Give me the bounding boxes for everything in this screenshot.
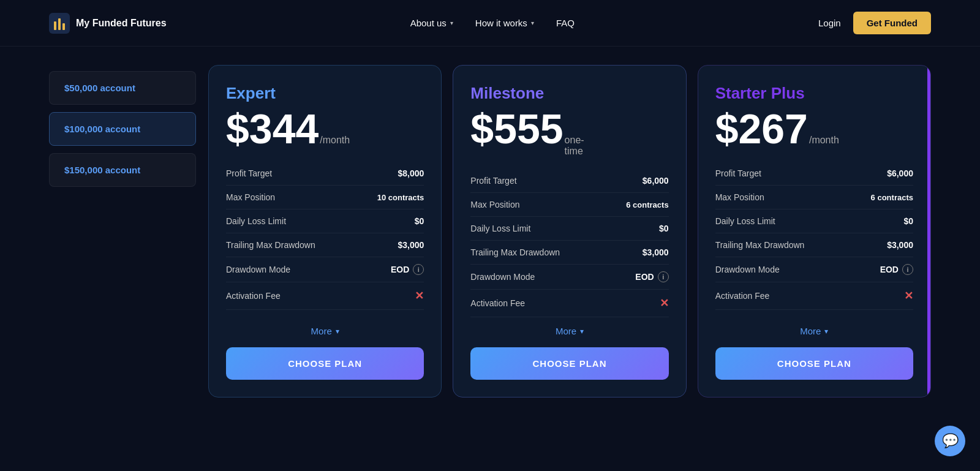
feature-activation-fee-value: ✕ <box>904 289 913 303</box>
nav-faq[interactable]: FAQ <box>556 18 575 28</box>
plan-expert-name: Expert <box>226 84 424 103</box>
sidebar: $50,000 account $100,000 account $150,00… <box>49 71 196 187</box>
feature-activation-fee-label: Activation Fee <box>226 291 281 301</box>
get-funded-button[interactable]: Get Funded <box>853 12 931 34</box>
more-label: More <box>311 326 332 336</box>
feature-trailing-drawdown-value: $3,000 <box>643 247 669 257</box>
plan-milestone-price: $555 <box>470 108 563 149</box>
feature-trailing-drawdown-value: $3,000 <box>887 240 913 250</box>
chat-icon: 💬 <box>942 433 959 449</box>
feature-row: Drawdown Mode EOD i <box>715 257 913 282</box>
feature-max-position-value: 6 contracts <box>626 200 668 209</box>
feature-drawdown-mode-label: Drawdown Mode <box>226 265 290 274</box>
feature-row: Activation Fee ✕ <box>715 282 913 310</box>
sidebar-item-50k[interactable]: $50,000 account <box>49 71 196 105</box>
plan-expert: Expert $344 /month Profit Target $8,000 … <box>208 65 442 398</box>
milestone-choose-plan-button[interactable]: CHOOSE PLAN <box>470 347 668 380</box>
plan-expert-period: /month <box>320 135 350 146</box>
milestone-more-button[interactable]: More ▾ <box>470 317 668 342</box>
plan-milestone-features: Profit Target $6,000 Max Position 6 cont… <box>470 169 668 317</box>
more-label: More <box>800 326 821 336</box>
sidebar-item-150k-label: $150,000 account <box>64 165 140 175</box>
plan-milestone: Milestone $555 one-time Profit Target $6… <box>453 65 686 398</box>
chevron-down-icon: ▾ <box>336 327 339 336</box>
feature-row: Profit Target $6,000 <box>470 169 668 193</box>
nav-center: About us ▾ How it works ▾ FAQ <box>410 18 575 28</box>
svg-rect-3 <box>62 23 65 30</box>
feature-trailing-drawdown-label: Trailing Max Drawdown <box>226 240 315 250</box>
feature-drawdown-mode-value: EOD i <box>880 264 913 275</box>
expert-choose-plan-button[interactable]: CHOOSE PLAN <box>226 347 424 380</box>
feature-max-position-label: Max Position <box>715 192 764 202</box>
nav-about-us-label: About us <box>410 18 447 28</box>
feature-max-position-value: 6 contracts <box>871 193 913 202</box>
plan-milestone-name: Milestone <box>470 84 668 103</box>
chat-bubble-button[interactable]: 💬 <box>935 426 965 456</box>
feature-activation-fee-value: ✕ <box>660 296 669 310</box>
feature-trailing-drawdown-label: Trailing Max Drawdown <box>715 240 805 250</box>
plan-starter-price-row: $267 /month <box>715 108 913 149</box>
plan-expert-price-row: $344 /month <box>226 108 424 149</box>
feature-drawdown-mode-label: Drawdown Mode <box>715 265 780 274</box>
nav-how-it-works-label: How it works <box>475 18 527 28</box>
sidebar-item-100k-label: $100,000 account <box>64 124 140 134</box>
feature-row: Activation Fee ✕ <box>226 282 424 310</box>
feature-row: Trailing Max Drawdown $3,000 <box>470 241 668 265</box>
plan-milestone-period: one-time <box>565 135 584 157</box>
feature-daily-loss-value: $0 <box>903 216 913 226</box>
nav-about-us[interactable]: About us ▾ <box>410 18 453 28</box>
plan-starter-plus: Starter Plus $267 /month Profit Target $… <box>698 65 931 398</box>
feature-max-position-value: 10 contracts <box>377 193 424 202</box>
info-icon[interactable]: i <box>902 264 913 275</box>
sidebar-item-50k-label: $50,000 account <box>64 83 135 93</box>
starter-more-button[interactable]: More ▾ <box>715 317 913 342</box>
sidebar-item-150k[interactable]: $150,000 account <box>49 153 196 187</box>
feature-profit-target-value: $6,000 <box>643 176 669 186</box>
plan-starter-features: Profit Target $6,000 Max Position 6 cont… <box>715 162 913 317</box>
feature-activation-fee-label: Activation Fee <box>715 291 770 301</box>
feature-daily-loss-label: Daily Loss Limit <box>470 224 530 233</box>
chevron-down-icon: ▾ <box>531 20 534 26</box>
login-button[interactable]: Login <box>818 18 841 28</box>
feature-drawdown-mode-value: EOD i <box>391 264 424 275</box>
feature-row: Drawdown Mode EOD i <box>470 265 668 290</box>
feature-drawdown-mode-label: Drawdown Mode <box>470 272 535 282</box>
feature-profit-target-label: Profit Target <box>715 168 761 178</box>
feature-drawdown-mode-value: EOD i <box>635 271 668 282</box>
logo-icon <box>49 13 70 34</box>
feature-profit-target-label: Profit Target <box>470 176 516 186</box>
svg-rect-1 <box>54 21 56 30</box>
chevron-down-icon: ▾ <box>824 327 828 336</box>
navbar: My Funded Futures About us ▾ How it work… <box>0 0 980 47</box>
info-icon[interactable]: i <box>658 271 669 282</box>
feature-row: Activation Fee ✕ <box>470 290 668 317</box>
plan-expert-features: Profit Target $8,000 Max Position 10 con… <box>226 162 424 317</box>
feature-daily-loss-value: $0 <box>659 224 669 233</box>
sidebar-item-100k[interactable]: $100,000 account <box>49 112 196 146</box>
main-content: $50,000 account $100,000 account $150,00… <box>0 47 980 422</box>
feature-row: Trailing Max Drawdown $3,000 <box>715 233 913 257</box>
feature-row: Max Position 10 contracts <box>226 186 424 209</box>
feature-row: Trailing Max Drawdown $3,000 <box>226 233 424 257</box>
feature-row: Max Position 6 contracts <box>470 193 668 217</box>
feature-trailing-drawdown-value: $3,000 <box>398 240 424 250</box>
feature-activation-fee-label: Activation Fee <box>470 298 525 308</box>
plan-starter-period: /month <box>809 135 839 146</box>
plan-starter-name: Starter Plus <box>715 84 913 103</box>
more-label: More <box>556 326 576 336</box>
nav-faq-label: FAQ <box>556 18 575 28</box>
feature-trailing-drawdown-label: Trailing Max Drawdown <box>470 247 560 257</box>
plan-expert-price: $344 <box>226 108 318 149</box>
feature-daily-loss-label: Daily Loss Limit <box>715 216 775 226</box>
plan-milestone-price-row: $555 one-time <box>470 108 668 157</box>
logo[interactable]: My Funded Futures <box>49 13 167 34</box>
info-icon[interactable]: i <box>413 264 424 275</box>
chevron-down-icon: ▾ <box>450 20 453 26</box>
feature-max-position-label: Max Position <box>226 192 275 202</box>
starter-choose-plan-button[interactable]: CHOOSE PLAN <box>715 347 913 380</box>
expert-more-button[interactable]: More ▾ <box>226 317 424 342</box>
feature-daily-loss-value: $0 <box>415 216 424 226</box>
svg-rect-2 <box>58 18 61 30</box>
nav-how-it-works[interactable]: How it works ▾ <box>475 18 534 28</box>
plans-container: Expert $344 /month Profit Target $8,000 … <box>208 65 931 398</box>
